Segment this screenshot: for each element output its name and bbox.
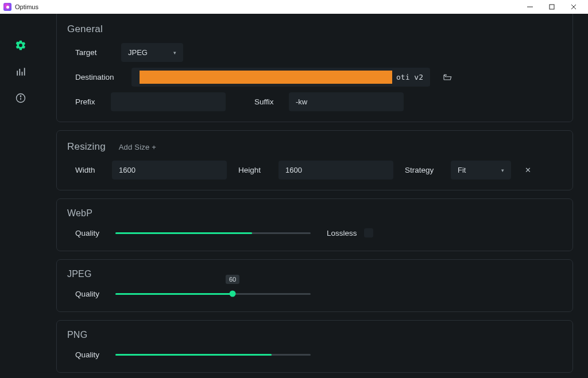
browse-folder-button[interactable]: [442, 72, 453, 83]
height-input[interactable]: [278, 161, 393, 180]
sidebar: [0, 14, 41, 378]
width-input[interactable]: [112, 161, 227, 180]
jpeg-quality-slider[interactable]: 60: [115, 287, 311, 300]
chevron-down-icon: ▾: [173, 50, 176, 56]
gear-icon: [15, 40, 26, 51]
svg-point-10: [20, 96, 21, 96]
app-icon: [3, 3, 11, 11]
destination-visible-text: oti v2: [396, 73, 423, 81]
close-button[interactable]: [563, 0, 585, 14]
panel-title-png: PNG: [67, 330, 562, 340]
remove-size-button[interactable]: ✕: [525, 166, 531, 174]
sidebar-item-info[interactable]: [14, 92, 27, 104]
destination-redacted: [140, 71, 392, 84]
svg-rect-1: [550, 5, 554, 9]
chevron-down-icon: ▾: [501, 167, 504, 173]
panel-png: PNG Quality: [56, 320, 573, 373]
webp-lossless-checkbox[interactable]: [364, 228, 373, 237]
prefix-label: Prefix: [75, 98, 99, 106]
info-icon: [15, 92, 26, 104]
panel-title-resizing: Resizing Add Size +: [67, 141, 562, 153]
webp-quality-slider[interactable]: [115, 227, 311, 239]
suffix-input[interactable]: [289, 92, 404, 111]
panel-webp: WebP Quality Lossless: [56, 198, 573, 251]
target-select[interactable]: JPEG ▾: [121, 43, 183, 62]
panel-title-general: General: [67, 24, 562, 35]
png-quality-slider[interactable]: [115, 348, 311, 361]
target-value: JPEG: [128, 48, 148, 57]
panel-title-jpeg: JPEG: [67, 269, 562, 279]
add-size-button[interactable]: Add Size +: [119, 143, 156, 151]
resizing-title-text: Resizing: [67, 141, 106, 152]
height-label: Height: [238, 166, 267, 174]
strategy-value: Fit: [458, 166, 466, 174]
webp-lossless-label: Lossless: [327, 229, 357, 237]
width-label: Width: [75, 166, 100, 174]
app-root: General Target JPEG ▾ Destination: [0, 14, 588, 378]
sidebar-item-settings[interactable]: [14, 39, 27, 52]
panel-title-webp: WebP: [67, 208, 562, 219]
jpeg-quality-tooltip: 60: [226, 275, 239, 284]
main-content: General Target JPEG ▾ Destination: [41, 14, 588, 378]
maximize-button[interactable]: [541, 0, 563, 14]
prefix-input[interactable]: [111, 92, 226, 111]
panel-resizing: Resizing Add Size + Width Height Strateg…: [56, 130, 573, 190]
target-label: Target: [75, 48, 110, 57]
suffix-label: Suffix: [254, 98, 277, 106]
panel-general: General Target JPEG ▾ Destination: [56, 14, 573, 122]
jpeg-quality-label: Quality: [75, 290, 105, 298]
panel-jpeg: JPEG Quality 60: [56, 259, 573, 312]
webp-quality-label: Quality: [75, 229, 105, 237]
strategy-select[interactable]: Fit ▾: [451, 161, 511, 180]
app-title: Optimus: [15, 3, 38, 10]
sidebar-item-stats[interactable]: [14, 65, 27, 78]
destination-input[interactable]: oti v2: [131, 68, 430, 87]
folder-open-icon: [443, 73, 452, 82]
png-quality-label: Quality: [75, 350, 105, 359]
destination-label: Destination: [75, 73, 120, 81]
window-titlebar: Optimus: [0, 0, 588, 14]
bar-chart-icon: [15, 66, 26, 77]
minimize-button[interactable]: [519, 0, 541, 14]
strategy-label: Strategy: [405, 166, 439, 174]
